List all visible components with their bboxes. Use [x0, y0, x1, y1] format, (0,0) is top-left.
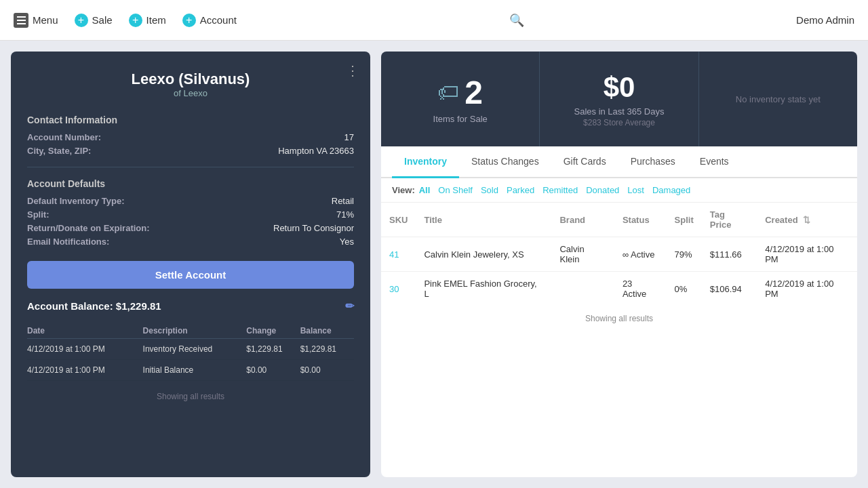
- settle-account-button[interactable]: Settle Account: [27, 261, 354, 289]
- tab-gift-cards[interactable]: Gift Cards: [551, 146, 618, 178]
- email-notifications-row: Email Notifications: Yes: [27, 237, 354, 247]
- admin-label: Demo Admin: [796, 14, 854, 26]
- inventory-stats-card: No inventory stats yet: [699, 52, 857, 146]
- tabs-bar: Inventory Status Changes Gift Cards Purc…: [381, 146, 857, 178]
- filter-on-shelf[interactable]: On Shelf: [438, 185, 473, 195]
- inv-col-brand: Brand: [551, 203, 614, 237]
- inv-sku[interactable]: 30: [381, 272, 416, 306]
- sale-plus-icon: +: [75, 14, 88, 27]
- sort-icon[interactable]: ⇅: [803, 215, 810, 225]
- col-date: Date: [27, 323, 143, 339]
- inv-brand: Calvin Klein: [551, 237, 614, 272]
- item-plus-icon: +: [129, 14, 142, 27]
- tab-inventory[interactable]: Inventory: [392, 146, 459, 178]
- inv-col-created: Created ⇅: [757, 203, 857, 237]
- item-label: Item: [146, 14, 166, 26]
- sales-label: Sales in Last 365 Days: [574, 106, 665, 117]
- inv-created: 4/12/2019 at 1:00 PM: [757, 237, 857, 272]
- menu-nav-item[interactable]: Menu: [14, 13, 58, 28]
- main-content: ⋮ Leexo (Silvanus) of Leexo Contact Info…: [0, 41, 868, 488]
- default-inventory-row: Default Inventory Type: Retail: [27, 196, 354, 206]
- inv-col-status: Status: [614, 203, 667, 237]
- filter-row: View: All On Shelf Sold Parked Remitted …: [381, 178, 857, 203]
- tx-date: 4/12/2019 at 1:00 PM: [27, 360, 143, 381]
- tx-change: $1,229.81: [246, 339, 300, 360]
- filter-sold[interactable]: Sold: [481, 185, 498, 195]
- contact-section-title: Contact Information: [27, 115, 354, 125]
- filter-lost[interactable]: Lost: [627, 185, 644, 195]
- inv-tag-price: $106.94: [702, 272, 757, 306]
- account-sub: of Leexo: [27, 88, 354, 98]
- sales-365-card: $0 Sales in Last 365 Days $283 Store Ave…: [540, 52, 698, 146]
- tx-change: $0.00: [246, 360, 300, 381]
- inventory-showing: Showing all results: [381, 306, 857, 331]
- account-nav-item[interactable]: + Account: [182, 14, 237, 27]
- tx-balance: $0.00: [300, 360, 354, 381]
- city-state-zip-label: City, State, ZIP:: [27, 146, 91, 156]
- view-label: View:: [392, 185, 415, 195]
- split-value: 71%: [336, 209, 354, 220]
- inventory-table-wrap: SKU Title Brand Status Split Tag Price C…: [381, 203, 857, 477]
- inv-tag-price: $111.66: [702, 237, 757, 272]
- no-inventory-stats-label: No inventory stats yet: [736, 94, 821, 104]
- tab-events[interactable]: Events: [688, 146, 741, 178]
- inv-col-split: Split: [667, 203, 702, 237]
- edit-balance-icon[interactable]: ✏: [345, 300, 354, 312]
- email-notifications-label: Email Notifications:: [27, 237, 109, 247]
- split-row: Split: 71%: [27, 209, 354, 220]
- return-donate-row: Return/Donate on Expiration: Return To C…: [27, 223, 354, 233]
- account-number-row: Account Number: 17: [27, 132, 354, 142]
- account-name: Leexo (Silvanus): [27, 70, 354, 88]
- right-panel: 🏷 2 Items for Sale $0 Sales in Last 365 …: [381, 52, 857, 477]
- tx-date: 4/12/2019 at 1:00 PM: [27, 339, 143, 360]
- tx-description: Inventory Received: [143, 339, 247, 360]
- inv-sku[interactable]: 41: [381, 237, 416, 272]
- email-notifications-value: Yes: [340, 237, 354, 247]
- account-number-label: Account Number:: [27, 132, 101, 142]
- panel-menu-icon[interactable]: ⋮: [346, 62, 359, 79]
- transactions-showing: Showing all results: [27, 392, 354, 401]
- items-for-sale-number: 2: [465, 74, 483, 111]
- tx-balance: $1,229.81: [300, 339, 354, 360]
- sales-sublabel: $283 Store Average: [583, 118, 655, 127]
- col-change: Change: [246, 323, 300, 339]
- items-for-sale-label: Items for Sale: [433, 114, 488, 124]
- sale-nav-item[interactable]: + Sale: [75, 14, 113, 27]
- tx-description: Initial Balance: [143, 360, 247, 381]
- search-icon[interactable]: 🔍: [509, 13, 524, 28]
- split-label: Split:: [27, 209, 50, 220]
- account-balance-row: Account Balance: $1,229.81 ✏: [27, 300, 354, 312]
- tab-purchases[interactable]: Purchases: [618, 146, 688, 178]
- inventory-row: 30 Pink EMEL Fashion Grocery, L 23 Activ…: [381, 272, 857, 306]
- inv-brand: [551, 272, 614, 306]
- inv-split: 0%: [667, 272, 702, 306]
- inv-status: 23 Active: [614, 272, 667, 306]
- account-number-value: 17: [344, 132, 354, 142]
- inv-col-tag-price: Tag Price: [702, 203, 757, 237]
- inv-col-sku: SKU: [381, 203, 416, 237]
- filter-all[interactable]: All: [419, 185, 431, 195]
- return-donate-label: Return/Donate on Expiration:: [27, 223, 150, 233]
- inventory-table: SKU Title Brand Status Split Tag Price C…: [381, 203, 857, 306]
- inv-status: ∞ Active: [614, 237, 667, 272]
- defaults-section-title: Account Defaults: [27, 178, 354, 189]
- account-label: Account: [200, 14, 237, 26]
- item-nav-item[interactable]: + Item: [129, 14, 166, 27]
- menu-icon: [14, 13, 28, 28]
- filter-donated[interactable]: Donated: [586, 185, 619, 195]
- inv-title: Pink EMEL Fashion Grocery, L: [416, 272, 551, 306]
- account-plus-icon: +: [182, 14, 196, 27]
- city-state-zip-row: City, State, ZIP: Hampton VA 23663: [27, 146, 354, 156]
- tab-status-changes[interactable]: Status Changes: [459, 146, 551, 178]
- sale-label: Sale: [92, 14, 113, 26]
- inv-title: Calvin Klein Jewelery, XS: [416, 237, 551, 272]
- inventory-row: 41 Calvin Klein Jewelery, XS Calvin Klei…: [381, 237, 857, 272]
- filter-parked[interactable]: Parked: [507, 185, 534, 195]
- filter-remitted[interactable]: Remitted: [542, 185, 578, 195]
- account-balance-label: Account Balance: $1,229.81: [27, 300, 161, 312]
- transaction-row: 4/12/2019 at 1:00 PM Initial Balance $0.…: [27, 360, 354, 381]
- return-donate-value: Return To Consignor: [273, 223, 354, 233]
- filter-damaged[interactable]: Damaged: [652, 185, 690, 195]
- city-state-zip-value: Hampton VA 23663: [278, 146, 354, 156]
- inv-col-title: Title: [416, 203, 551, 237]
